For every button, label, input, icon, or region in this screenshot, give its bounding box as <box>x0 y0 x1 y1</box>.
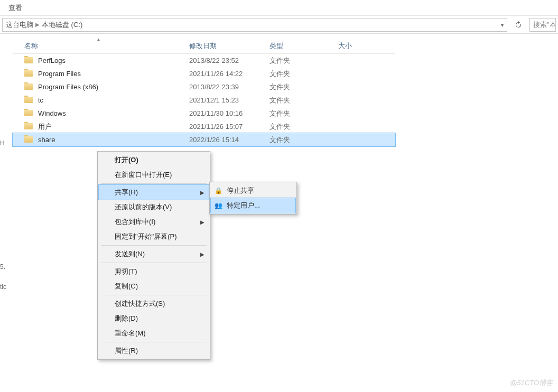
table-row[interactable]: Windows2021/11/30 10:16文件夹 <box>13 107 395 120</box>
ctx-copy[interactable]: 复制(C) <box>99 279 209 294</box>
folder-icon <box>24 136 33 143</box>
cell-date: 2013/8/22 23:39 <box>189 83 269 91</box>
table-row[interactable]: 用户2021/11/26 15:07文件夹 <box>13 120 395 133</box>
search-input[interactable]: 搜索"本 <box>529 18 556 32</box>
ctx-restore-versions[interactable]: 还原以前的版本(V) <box>99 200 209 214</box>
ctx-open-new-window[interactable]: 在新窗口中打开(E) <box>99 167 209 182</box>
cell-type: 文件夹 <box>269 96 338 105</box>
search-placeholder: 搜索"本 <box>533 20 556 30</box>
watermark: @51CTO博客 <box>510 378 553 388</box>
sub-stop-sharing[interactable]: 🔒 停止共享 <box>211 183 295 198</box>
table-row[interactable]: tc2021/12/1 15:23文件夹 <box>13 94 395 107</box>
cell-name: Windows <box>24 109 189 117</box>
cell-date: 2022/1/26 15:14 <box>189 136 269 144</box>
ctx-share[interactable]: 共享(H) ▶ <box>99 185 209 200</box>
sort-ascending-icon: ▲ <box>96 37 101 42</box>
cell-name: PerfLogs <box>24 57 189 64</box>
ctx-pin-start[interactable]: 固定到"开始"屏幕(P) <box>99 229 209 244</box>
ctx-rename[interactable]: 重命名(M) <box>99 326 209 341</box>
cell-date: 2013/8/22 23:52 <box>189 57 269 64</box>
cell-name: Program Files <box>24 70 189 78</box>
cell-type: 文件夹 <box>269 82 338 92</box>
cell-date: 2021/11/26 15:07 <box>189 123 269 130</box>
cell-date: 2021/12/1 15:23 <box>189 96 269 104</box>
chevron-right-icon: ▶ <box>200 190 204 195</box>
cell-date: 2021/11/30 10:16 <box>189 109 269 117</box>
file-name: 用户 <box>38 122 52 132</box>
col-name[interactable]: ▲ 名称 <box>24 41 189 51</box>
lock-icon: 🔒 <box>214 186 222 195</box>
chevron-right-icon: ▶ <box>200 219 204 225</box>
separator <box>101 183 207 184</box>
cell-type: 文件夹 <box>269 122 338 132</box>
ctx-properties[interactable]: 属性(R) <box>99 343 209 358</box>
chevron-right-icon: ▶ <box>35 22 40 27</box>
separator <box>101 295 207 295</box>
chevron-right-icon: ▶ <box>200 251 204 257</box>
file-name: tc <box>38 96 43 104</box>
table-row[interactable]: Program Files2021/11/26 14:22文件夹 <box>13 67 395 80</box>
refresh-button[interactable] <box>512 18 525 32</box>
folder-icon <box>24 97 33 104</box>
cell-type: 文件夹 <box>269 56 338 66</box>
file-name: share <box>38 136 55 144</box>
navbar: 这台电脑 ▶ 本地磁盘 (C:) ▾ 搜索"本 <box>0 16 558 34</box>
ctx-send-to[interactable]: 发送到(N) ▶ <box>99 247 209 262</box>
file-name: Program Files <box>38 70 81 78</box>
col-size[interactable]: 大小 <box>338 41 386 51</box>
separator <box>101 263 207 263</box>
separator <box>101 245 207 246</box>
ctx-cut[interactable]: 剪切(T) <box>99 264 209 279</box>
refresh-icon <box>514 21 523 29</box>
folder-icon <box>24 70 33 77</box>
cell-name: 用户 <box>24 122 189 132</box>
column-headers: ▲ 名称 修改日期 类型 大小 <box>13 38 395 54</box>
content-area: H 5. tic ▲ 名称 修改日期 类型 大小 PerfLogs2013/8/… <box>0 34 558 146</box>
ctx-create-shortcut[interactable]: 创建快捷方式(S) <box>99 296 209 311</box>
folder-icon <box>24 110 33 117</box>
file-listing: ▲ 名称 修改日期 类型 大小 PerfLogs2013/8/22 23:52文… <box>13 38 395 146</box>
share-submenu[interactable]: 🔒 停止共享 👥 特定用户... <box>209 182 297 214</box>
cell-name: tc <box>24 96 189 104</box>
cell-type: 文件夹 <box>269 135 338 145</box>
ctx-include-library[interactable]: 包含到库中(I) ▶ <box>99 214 209 229</box>
col-type[interactable]: 类型 <box>269 41 338 51</box>
file-name: Windows <box>38 109 66 117</box>
cell-type: 文件夹 <box>269 109 338 118</box>
file-name: Program Files (x86) <box>38 83 98 91</box>
breadcrumb-drive[interactable]: 本地磁盘 (C:) <box>42 20 82 30</box>
table-row[interactable]: Program Files (x86)2013/8/22 23:39文件夹 <box>13 80 395 94</box>
col-date[interactable]: 修改日期 <box>189 41 269 51</box>
cell-date: 2021/11/26 14:22 <box>189 70 269 78</box>
ctx-open[interactable]: 打开(O) <box>99 153 209 167</box>
folder-icon <box>24 83 33 90</box>
cell-name: Program Files (x86) <box>24 83 189 91</box>
table-row[interactable]: PerfLogs2013/8/22 23:52文件夹 <box>13 54 395 67</box>
address-bar[interactable]: 这台电脑 ▶ 本地磁盘 (C:) ▾ <box>2 18 507 32</box>
breadcrumb-pc[interactable]: 这台电脑 <box>6 20 33 30</box>
folder-icon <box>24 57 33 64</box>
sub-specific-users[interactable]: 👥 特定用户... <box>211 198 295 213</box>
ctx-delete[interactable]: 删除(D) <box>99 311 209 326</box>
file-name: PerfLogs <box>38 57 66 64</box>
menubar: 查看 <box>0 0 558 16</box>
menu-view[interactable]: 查看 <box>3 1 27 15</box>
context-menu[interactable]: 打开(O) 在新窗口中打开(E) 共享(H) ▶ 还原以前的版本(V) 包含到库… <box>97 151 210 360</box>
cell-type: 文件夹 <box>269 69 338 79</box>
table-row[interactable]: share2022/1/26 15:14文件夹 <box>13 133 395 146</box>
users-icon: 👥 <box>214 201 222 210</box>
chevron-down-icon[interactable]: ▾ <box>501 22 504 27</box>
folder-icon <box>24 123 33 130</box>
separator <box>101 342 207 342</box>
cell-name: share <box>24 136 189 144</box>
left-clipped-text: H 5. tic <box>0 34 5 146</box>
